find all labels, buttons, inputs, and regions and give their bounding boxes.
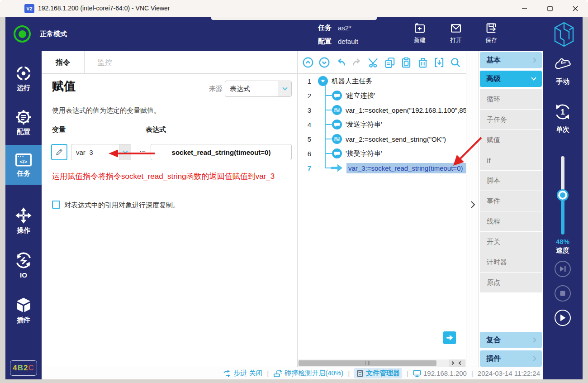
new-task-button[interactable]: 新建 bbox=[405, 21, 434, 44]
io-icon bbox=[15, 252, 32, 269]
mode-status-icon bbox=[14, 25, 31, 43]
deep-copy-checkbox[interactable] bbox=[52, 201, 60, 209]
deep-copy-label: 对表达式中的引用对象进行深度复制。 bbox=[64, 201, 180, 210]
save-task-button[interactable]: 保存 bbox=[477, 21, 506, 44]
palette-item-subtask[interactable]: 子任务 bbox=[480, 110, 542, 129]
move-up-button[interactable] bbox=[301, 56, 315, 69]
paste-button[interactable] bbox=[399, 56, 413, 69]
close-button[interactable] bbox=[563, 0, 588, 17]
datetime-value: 2024-03-14 11:22:24 bbox=[478, 369, 540, 377]
step-mode-status[interactable]: 步进 关闭 bbox=[223, 369, 262, 378]
file-manager-icon bbox=[356, 370, 364, 377]
tree-row-main-task[interactable]: 1 机器人主任务 bbox=[298, 74, 466, 88]
minimize-button[interactable] bbox=[512, 0, 537, 17]
search-button[interactable] bbox=[449, 56, 462, 69]
palette-item-assign[interactable]: 赋值 bbox=[480, 130, 542, 150]
tree-row-number: 3 bbox=[298, 106, 311, 114]
single-count: 1 bbox=[560, 108, 565, 116]
palette-item-origin[interactable]: 原点 bbox=[480, 273, 542, 292]
tree-row-comment[interactable]: 6 '接受字符串' bbox=[298, 146, 466, 161]
move-down-icon bbox=[318, 57, 330, 68]
redo-icon bbox=[351, 57, 363, 68]
palette-item-thread[interactable]: 线程 bbox=[480, 211, 542, 231]
move-up-icon bbox=[302, 57, 314, 68]
tree-row-selected[interactable]: 7 var_3:=socket_read_string(timeout=0) bbox=[298, 161, 466, 175]
badge-char: B bbox=[18, 364, 24, 373]
sidebar-item-task[interactable]: </> 任务 bbox=[5, 145, 42, 185]
sidebar-item-io[interactable]: IO bbox=[5, 246, 42, 285]
speed-slider[interactable] bbox=[561, 156, 564, 235]
sidebar-item-operate[interactable]: 操作 bbox=[5, 201, 42, 240]
copy-button[interactable] bbox=[383, 56, 397, 69]
palette-item-event[interactable]: 事件 bbox=[480, 191, 542, 211]
titlebar: V2 192.168.1.200 (intel-corei7-64:0) - V… bbox=[0, 0, 588, 17]
stop-button[interactable] bbox=[555, 285, 571, 302]
redo-button[interactable] bbox=[351, 56, 364, 69]
divider: | bbox=[348, 369, 350, 377]
step-forward-button[interactable] bbox=[555, 261, 571, 277]
play-icon bbox=[559, 314, 566, 322]
slider-thumb[interactable] bbox=[557, 189, 569, 201]
tree-row-assign[interactable]: 5 var_2:=socket_send_string("OK") bbox=[298, 132, 466, 146]
sidebar-item-plugin[interactable]: 插件 bbox=[5, 291, 42, 330]
variable-select[interactable]: var_3 bbox=[71, 144, 131, 160]
sidebar-item-run[interactable]: 运行 bbox=[5, 59, 42, 98]
tree-row-number: 6 bbox=[298, 150, 311, 158]
undo-button[interactable] bbox=[334, 56, 347, 69]
expand-panel-button[interactable] bbox=[470, 201, 475, 211]
palette-group-label: 插件 bbox=[486, 354, 501, 364]
tab-monitor[interactable]: 监控 bbox=[85, 51, 125, 74]
expression-input[interactable]: socket_read_string(timeout=0) bbox=[151, 144, 292, 160]
palette-item-timer[interactable]: 计时器 bbox=[480, 252, 542, 272]
source-select[interactable]: 表达式 bbox=[225, 81, 292, 97]
tab-instruction[interactable]: 指令 bbox=[42, 51, 85, 74]
palette-group-label: 高级 bbox=[486, 74, 501, 84]
palette-item-loop[interactable]: 循环 bbox=[480, 89, 542, 109]
palette-group-advanced[interactable]: 高级 bbox=[480, 71, 542, 87]
palette-item-switch[interactable]: 开关 bbox=[480, 232, 542, 252]
move-down-button[interactable] bbox=[318, 56, 331, 69]
insert-button[interactable] bbox=[432, 56, 446, 69]
tree-row-number: 1 bbox=[298, 77, 311, 85]
scroll-left-button[interactable] bbox=[449, 359, 457, 367]
tree-row-comment[interactable]: 4 '发送字符串' bbox=[298, 117, 466, 132]
tree-row-assign[interactable]: 3 var_1:=socket_open("192.168.1.100",85 bbox=[298, 103, 466, 117]
palette-group-composite[interactable]: 复合 bbox=[480, 332, 542, 348]
file-manager-button[interactable]: 文件管理器 bbox=[354, 368, 402, 378]
manual-mode-button[interactable]: 手动 bbox=[543, 56, 583, 86]
scrollbar-thumb[interactable] bbox=[299, 360, 436, 366]
edit-variable-button[interactable] bbox=[51, 144, 67, 160]
tree-row-number: 2 bbox=[298, 92, 311, 100]
collision-detect-status[interactable]: 碰撞检测开启(40%) bbox=[273, 369, 343, 378]
palette-item-if[interactable]: If bbox=[480, 150, 542, 170]
single-cycle-icon: 1 bbox=[553, 102, 573, 122]
cut-button[interactable] bbox=[367, 56, 380, 69]
trash-icon bbox=[417, 57, 429, 68]
scroll-right-button[interactable] bbox=[457, 359, 465, 367]
collision-icon bbox=[273, 369, 282, 378]
sidebar-label-plugin: 插件 bbox=[17, 316, 30, 325]
open-task-button[interactable]: 打开 bbox=[441, 21, 470, 44]
window-controls bbox=[512, 0, 588, 17]
jump-to-line-button[interactable] bbox=[443, 331, 456, 344]
app-body: 运行 配置 bbox=[5, 51, 583, 379]
single-run-button[interactable]: 1 单次 bbox=[543, 102, 583, 134]
hand-icon bbox=[553, 56, 573, 74]
palette-group-basic[interactable]: 基本 bbox=[480, 52, 542, 68]
tree-toolbar bbox=[298, 51, 466, 74]
sidebar-item-config[interactable]: 配置 bbox=[5, 103, 42, 142]
play-button[interactable] bbox=[555, 310, 571, 326]
maximize-button[interactable] bbox=[537, 0, 563, 17]
tree-row-text: var_2:=socket_send_string("OK") bbox=[346, 135, 446, 143]
palette-group-plugin[interactable]: 插件 bbox=[480, 350, 542, 367]
collapse-icon[interactable] bbox=[318, 76, 328, 86]
insert-icon bbox=[433, 57, 445, 68]
delete-button[interactable] bbox=[416, 56, 430, 69]
sidebar-label-operate: 操作 bbox=[17, 226, 30, 235]
tree-horizontal-scrollbar[interactable] bbox=[298, 359, 466, 367]
sidebar-label-task: 任务 bbox=[17, 169, 30, 178]
comment-icon bbox=[332, 91, 342, 101]
tree-row-comment[interactable]: 2 '建立连接' bbox=[298, 88, 466, 103]
palette-item-script[interactable]: 脚本 bbox=[480, 171, 542, 191]
single-run-label: 单次 bbox=[543, 125, 583, 134]
